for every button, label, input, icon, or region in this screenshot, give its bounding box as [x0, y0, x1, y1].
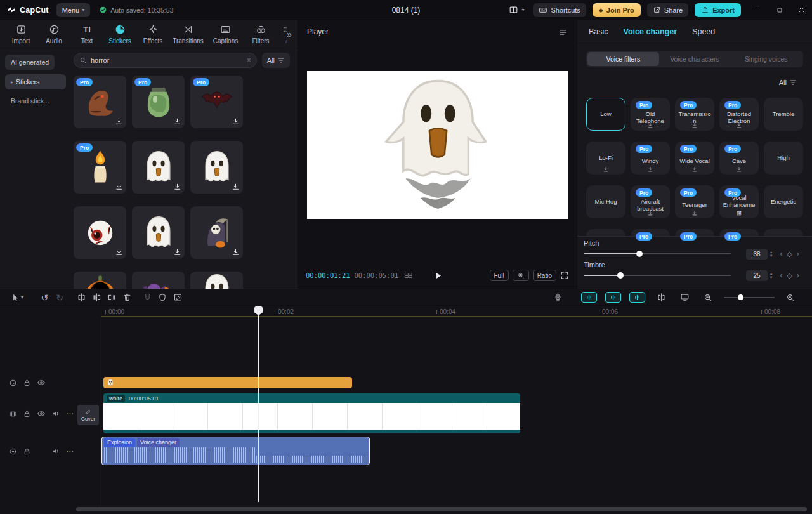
tab-effects[interactable]: Effects	[137, 24, 169, 44]
download-icon[interactable]	[647, 122, 653, 129]
redo-button[interactable]: ↻	[52, 291, 67, 304]
category-brand-stickers[interactable]: Brand stick...	[5, 94, 66, 108]
next-keyframe-icon[interactable]: ›	[797, 271, 799, 280]
share-button[interactable]: Share	[647, 3, 688, 17]
add-keyframe-icon[interactable]: ◇	[787, 272, 792, 280]
voice-filter-wide-vocal[interactable]: Pro Wide Vocal	[675, 142, 714, 175]
tab-filters[interactable]: Filters	[245, 24, 277, 44]
timbre-value[interactable]: 25	[746, 270, 768, 281]
tab-captions[interactable]: Captions	[207, 24, 244, 44]
download-icon[interactable]	[736, 210, 742, 216]
tab-stickers[interactable]: Stickers	[104, 24, 136, 44]
tab-import[interactable]: Import	[5, 24, 37, 44]
voice-filter-button[interactable]: All	[774, 75, 802, 90]
preview-axis-button[interactable]	[677, 291, 692, 304]
download-icon[interactable]	[691, 166, 698, 173]
sticker-ghost[interactable]	[132, 141, 185, 194]
track-view-button[interactable]	[653, 291, 669, 304]
download-icon[interactable]	[173, 183, 181, 191]
sticker-candle[interactable]: Pro	[74, 141, 126, 194]
voice-filter-tremble[interactable]: Tremble	[764, 98, 803, 131]
sticker-potion-jar[interactable]: Pro	[132, 76, 185, 128]
edit-frame-button[interactable]	[170, 291, 185, 304]
voice-filter-vocal-enhancement[interactable]: Pro Vocal Enhancement	[719, 185, 759, 218]
fullscreen-icon[interactable]	[560, 271, 569, 280]
download-icon[interactable]	[691, 210, 698, 216]
sticker-ghost[interactable]	[190, 141, 243, 194]
audio-toggle-3[interactable]	[629, 292, 645, 303]
tab-speed[interactable]: Speed	[692, 27, 715, 36]
sticker-halloween-candy[interactable]	[132, 272, 185, 289]
pitch-stepper[interactable]: ▴▾	[770, 250, 772, 258]
download-icon[interactable]	[173, 117, 181, 126]
delete-right-button[interactable]	[104, 291, 119, 304]
lock-icon[interactable]	[23, 379, 31, 387]
full-quality-button[interactable]: Full	[490, 270, 509, 281]
segment-voice-filters[interactable]: Voice filters	[587, 52, 659, 66]
prev-keyframe-icon[interactable]: ‹	[780, 249, 782, 258]
sticker-clip[interactable]	[103, 377, 352, 388]
preview-zoom-button[interactable]	[513, 270, 529, 281]
frame-view-icon[interactable]	[404, 271, 413, 280]
split-button[interactable]	[74, 291, 89, 304]
sticker-filter-button[interactable]: All	[262, 53, 290, 68]
sticker-bat[interactable]: Pro	[190, 76, 243, 128]
download-icon[interactable]	[736, 122, 742, 129]
voice-filter-low[interactable]: Low	[586, 98, 625, 131]
eye-icon[interactable]	[37, 378, 46, 387]
voice-filter-high[interactable]: High	[764, 142, 803, 175]
sticker-ghost[interactable]	[190, 272, 243, 289]
undo-button[interactable]: ↺	[37, 291, 52, 304]
pitch-slider[interactable]	[584, 253, 731, 254]
voice-filter-transmission[interactable]: Pro Transmission	[675, 98, 714, 131]
voice-filter-aircraft-broadcast[interactable]: Pro Aircraft broadcast	[631, 185, 670, 218]
tab-basic[interactable]: Basic	[589, 27, 608, 36]
video-clip[interactable]: white 00:00:05:01	[103, 393, 520, 433]
download-icon[interactable]	[173, 248, 181, 256]
eye-icon[interactable]	[37, 409, 46, 418]
voice-filter-distorted-electron[interactable]: Pro Distorted Electron	[719, 98, 759, 131]
play-button[interactable]	[432, 270, 443, 281]
lock-icon[interactable]	[23, 447, 31, 456]
player-menu-icon[interactable]	[558, 27, 568, 37]
voice-filter-energetic[interactable]: Energetic	[764, 185, 803, 218]
sticker-creature[interactable]: Pro	[74, 76, 126, 128]
more-options-icon[interactable]: ⋯	[66, 409, 74, 418]
clock-icon[interactable]	[9, 379, 17, 387]
tab-text[interactable]: TI Text	[71, 24, 103, 44]
select-tool-button[interactable]: ▾	[6, 291, 28, 304]
film-track-icon[interactable]	[9, 410, 17, 418]
voice-filter-old-telephone[interactable]: Pro Old Telephone	[631, 98, 670, 131]
ratio-button[interactable]: Ratio	[533, 270, 556, 281]
export-button[interactable]: Export	[695, 3, 741, 17]
audio-clip-selected[interactable]: Explosion Voice changer	[102, 437, 370, 465]
segment-voice-characters[interactable]: Voice characters	[659, 52, 731, 66]
speaker-icon[interactable]	[51, 409, 60, 418]
tabs-expand-button[interactable]: »	[282, 20, 296, 48]
category-stickers[interactable]: ▸ Stickers	[5, 74, 66, 89]
segment-singing-voices[interactable]: Singing voices	[730, 52, 802, 66]
pitch-slider-handle[interactable]	[636, 251, 643, 257]
sticker-ghost[interactable]	[132, 206, 185, 259]
download-icon[interactable]	[115, 248, 123, 256]
timbre-stepper[interactable]: ▴▾	[770, 272, 772, 279]
zoom-out-button[interactable]	[700, 291, 716, 304]
snap-button[interactable]	[140, 291, 155, 304]
voice-filter-mic-hog[interactable]: Mic Hog	[586, 185, 625, 218]
audio-toggle-1[interactable]	[581, 292, 597, 303]
download-icon[interactable]	[115, 117, 123, 126]
download-icon[interactable]	[647, 166, 653, 173]
maximize-button[interactable]	[776, 6, 783, 14]
sticker-grim-reaper[interactable]	[190, 206, 243, 259]
lock-icon[interactable]	[23, 410, 31, 418]
zoom-slider-handle[interactable]	[738, 294, 743, 300]
prev-keyframe-icon[interactable]: ‹	[780, 271, 782, 280]
download-icon[interactable]	[232, 183, 240, 191]
scrollbar-thumb[interactable]	[76, 507, 807, 511]
voice-filter-teenager[interactable]: Pro Teenager	[675, 185, 714, 218]
mask-button[interactable]	[155, 291, 170, 304]
video-preview[interactable]	[307, 71, 568, 219]
join-pro-button[interactable]: ◆ Join Pro	[593, 3, 641, 17]
timeline-scrollbar[interactable]	[76, 507, 807, 511]
shortcuts-button[interactable]: Shortcuts	[533, 3, 586, 17]
